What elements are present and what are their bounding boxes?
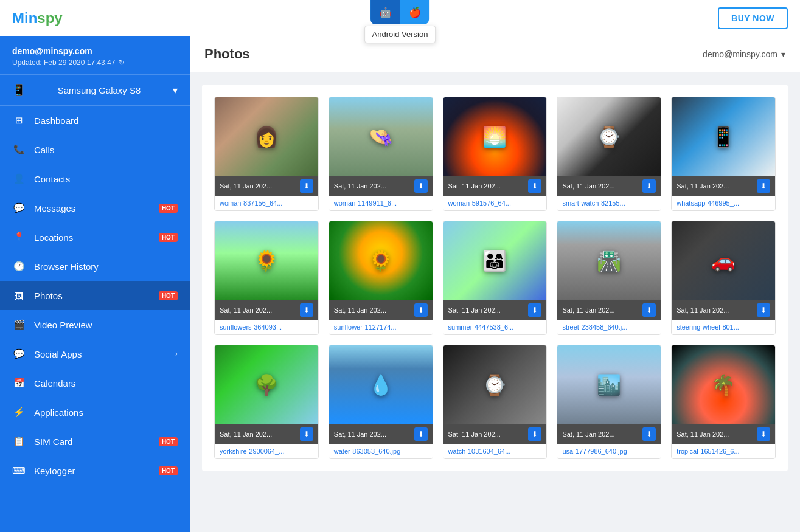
photo-card[interactable]: 🏙️ Sat, 11 Jan 202... ⬇ usa-1777986_640.…	[557, 345, 661, 459]
nav-label-calls: Calls	[34, 145, 178, 155]
photo-card[interactable]: ⌚ Sat, 11 Jan 202... ⬇ watch-1031604_64.…	[443, 345, 548, 459]
download-button[interactable]: ⬇	[757, 179, 770, 193]
photo-card[interactable]: 👨‍👩‍👧 Sat, 11 Jan 202... ⬇ summer-444753…	[443, 221, 548, 335]
contacts-icon: 👤	[12, 172, 26, 185]
photo-date-bar: Sat, 11 Jan 202... ⬇	[443, 300, 547, 320]
ios-tab[interactable]: 🍎	[400, 0, 430, 24]
user-dropdown[interactable]: demo@minspy.com ▾	[703, 49, 785, 59]
android-tooltip: Android Version	[364, 26, 436, 43]
download-button[interactable]: ⬇	[300, 427, 313, 441]
device-icon: 📱	[12, 83, 26, 97]
photo-date-bar: Sat, 11 Jan 202... ⬇	[215, 176, 318, 196]
photo-date-bar: Sat, 11 Jan 202... ⬇	[329, 424, 433, 444]
photo-date-bar: Sat, 11 Jan 202... ⬇	[329, 300, 433, 320]
video-icon: 🎬	[12, 318, 26, 331]
nav-label-contacts: Contacts	[34, 174, 178, 184]
sidebar-item-calls[interactable]: 📞 Calls	[0, 135, 190, 164]
download-button[interactable]: ⬇	[300, 303, 313, 317]
sim-card-icon: 📋	[12, 435, 26, 448]
sidebar-item-dashboard[interactable]: ⊞ Dashboard	[0, 106, 190, 135]
photo-card[interactable]: 💧 Sat, 11 Jan 202... ⬇ water-863053_640.…	[329, 345, 433, 459]
refresh-icon: ↻	[119, 58, 125, 67]
social-apps-icon: 💬	[12, 347, 26, 361]
sidebar-item-photos[interactable]: 🖼 Photos HOT	[0, 281, 190, 310]
locations-hot-badge: HOT	[159, 233, 178, 242]
photo-date: Sat, 11 Jan 202...	[334, 182, 386, 190]
photo-card[interactable]: 🌻 Sat, 11 Jan 202... ⬇ sunflowers-364093…	[214, 221, 319, 335]
download-button[interactable]: ⬇	[757, 427, 770, 441]
photo-card[interactable]: 🌻 Sat, 11 Jan 202... ⬇ sunflower-1127174…	[329, 221, 433, 335]
download-button[interactable]: ⬇	[414, 303, 428, 317]
photo-date-bar: Sat, 11 Jan 202... ⬇	[215, 300, 318, 320]
keylogger-icon: ⌨	[12, 464, 26, 477]
messages-icon: 💬	[12, 201, 26, 215]
photo-card[interactable]: 👩 Sat, 11 Jan 202... ⬇ woman-837156_64..…	[214, 97, 319, 211]
photo-card[interactable]: 🌅 Sat, 11 Jan 202... ⬇ woman-591576_64..…	[443, 97, 548, 211]
photo-date: Sat, 11 Jan 202...	[220, 182, 272, 190]
photo-date: Sat, 11 Jan 202...	[448, 182, 501, 190]
platform-selector: 🤖 🍎 Android Version	[364, 0, 436, 43]
photo-date-bar: Sat, 11 Jan 202... ⬇	[557, 176, 661, 196]
photo-card[interactable]: 👒 Sat, 11 Jan 202... ⬇ woman-1149911_6..…	[329, 97, 433, 211]
content: Photos demo@minspy.com ▾ 👩 Sat, 11 Jan 2…	[190, 36, 800, 532]
download-button[interactable]: ⬇	[300, 179, 313, 193]
sidebar-item-contacts[interactable]: 👤 Contacts	[0, 164, 190, 193]
sidebar-item-calendars[interactable]: 📅 Calendars	[0, 368, 190, 398]
buy-now-button[interactable]: BUY NOW	[718, 7, 788, 29]
photo-card[interactable]: ⌚ Sat, 11 Jan 202... ⬇ smart-watch-82155…	[557, 97, 661, 211]
android-tab[interactable]: 🤖	[371, 0, 400, 24]
photos-hot-badge: HOT	[159, 291, 178, 300]
photo-date: Sat, 11 Jan 202...	[448, 306, 501, 314]
photo-thumbnail: ⌚	[557, 97, 661, 176]
download-button[interactable]: ⬇	[642, 427, 656, 441]
sidebar-user: demo@minspy.com Updated: Feb 29 2020 17:…	[0, 36, 190, 75]
photo-thumbnail: 🌻	[329, 221, 433, 300]
photo-filename: woman-591576_64...	[443, 196, 547, 210]
updated-text: Updated: Feb 29 2020 17:43:47	[12, 58, 115, 67]
sidebar-updated: Updated: Feb 29 2020 17:43:47 ↻	[12, 58, 178, 67]
photo-date-bar: Sat, 11 Jan 202... ⬇	[215, 424, 318, 444]
photo-date-bar: Sat, 11 Jan 202... ⬇	[557, 424, 661, 444]
sidebar-item-sim-card[interactable]: 📋 SIM Card HOT	[0, 427, 190, 456]
photo-filename: smart-watch-82155...	[557, 196, 661, 210]
sidebar-item-video-preview[interactable]: 🎬 Video Preview	[0, 310, 190, 339]
sidebar-item-locations[interactable]: 📍 Locations HOT	[0, 223, 190, 252]
photo-date: Sat, 11 Jan 202...	[677, 182, 729, 190]
download-button[interactable]: ⬇	[528, 179, 541, 193]
photo-card[interactable]: 🌴 Sat, 11 Jan 202... ⬇ tropical-1651426_…	[671, 345, 776, 459]
sidebar-item-browser-history[interactable]: 🕐 Browser History	[0, 252, 190, 281]
photo-thumbnail: 🌳	[215, 345, 318, 424]
android-icon: 🤖	[380, 7, 392, 18]
download-button[interactable]: ⬇	[757, 303, 770, 317]
sidebar-item-keylogger[interactable]: ⌨ Keylogger HOT	[0, 456, 190, 485]
download-button[interactable]: ⬇	[528, 303, 541, 317]
photo-card[interactable]: 📱 Sat, 11 Jan 202... ⬇ whatsapp-446995_.…	[671, 97, 776, 211]
nav-label-video-preview: Video Preview	[34, 320, 178, 330]
photo-date: Sat, 11 Jan 202...	[677, 306, 729, 314]
photo-thumbnail: 🏙️	[557, 345, 661, 424]
download-button[interactable]: ⬇	[642, 179, 656, 193]
photo-card[interactable]: 🚗 Sat, 11 Jan 202... ⬇ steering-wheel-80…	[671, 221, 776, 335]
photo-card[interactable]: 🛣️ Sat, 11 Jan 202... ⬇ street-238458_64…	[557, 221, 661, 335]
sim-card-hot-badge: HOT	[159, 437, 178, 446]
download-button[interactable]: ⬇	[642, 303, 656, 317]
photo-date-bar: Sat, 11 Jan 202... ⬇	[443, 176, 547, 196]
nav-label-sim-card: SIM Card	[34, 437, 148, 447]
photo-thumbnail: 💧	[329, 345, 433, 424]
device-selector[interactable]: 📱 Samsung Galaxy S8 ▾	[0, 75, 190, 106]
photos-grid: 👩 Sat, 11 Jan 202... ⬇ woman-837156_64..…	[202, 85, 788, 471]
sidebar-item-social-apps[interactable]: 💬 Social Apps ›	[0, 339, 190, 368]
nav-label-social-apps: Social Apps	[34, 349, 167, 359]
download-button[interactable]: ⬇	[414, 427, 428, 441]
photo-card[interactable]: 🌳 Sat, 11 Jan 202... ⬇ yorkshire-2900064…	[214, 345, 319, 459]
photo-filename: water-863053_640.jpg	[329, 444, 433, 458]
download-button[interactable]: ⬇	[528, 427, 541, 441]
photo-date-bar: Sat, 11 Jan 202... ⬇	[672, 300, 775, 320]
nav-label-calendars: Calendars	[34, 378, 178, 389]
nav-label-keylogger: Keylogger	[34, 466, 148, 476]
download-button[interactable]: ⬇	[414, 179, 428, 193]
sidebar-item-messages[interactable]: 💬 Messages HOT	[0, 193, 190, 223]
nav-label-applications: Applications	[34, 407, 178, 418]
sidebar-item-applications[interactable]: ⚡ Applications	[0, 398, 190, 427]
photo-date: Sat, 11 Jan 202...	[220, 430, 272, 438]
